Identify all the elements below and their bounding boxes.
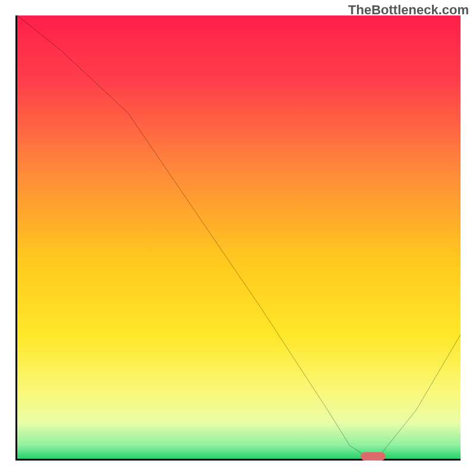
optimal-marker	[361, 452, 386, 461]
svg-rect-0	[17, 15, 461, 459]
watermark-text: TheBottleneck.com	[348, 2, 469, 18]
gradient-background	[17, 15, 461, 459]
plot-area	[15, 15, 461, 461]
